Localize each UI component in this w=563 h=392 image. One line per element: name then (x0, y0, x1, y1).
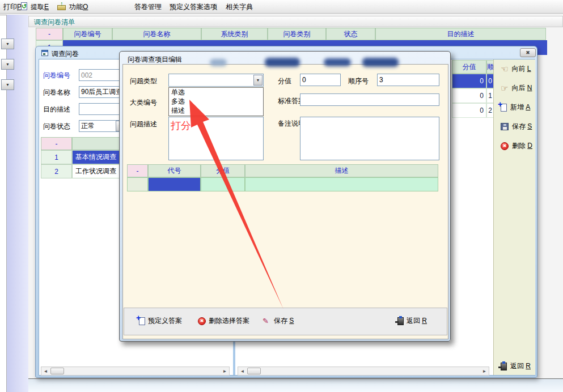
question-type-label: 问题类型 (130, 76, 157, 86)
right-table-cell[interactable]: 0 (452, 103, 486, 118)
exit-door-icon (397, 317, 404, 325)
question-type-dropdown-list: 单选 多选 描述 (168, 87, 264, 116)
item-edit-dialog: 问卷调查项目编辑 问题类型 单选 多选 描述 大类编号 问题描述 打分 分值 0… (119, 51, 451, 342)
answers-row-score-cell[interactable] (201, 177, 245, 191)
app-window: 打印P 提取E 功能O 答卷管理 预定义答案选项 相关字典 调查问卷清单 - 问… (0, 0, 563, 392)
exit-door-icon (501, 363, 507, 370)
menu-predefined-answer-options[interactable]: 预定义答案选项 (170, 2, 217, 12)
dropdown-option[interactable]: 单选 (169, 88, 263, 97)
left-pane-scrollbar[interactable] (41, 367, 230, 376)
scrollbar-thumb[interactable] (50, 368, 64, 374)
left-rail-strip (7, 15, 28, 392)
previous-button[interactable]: 向前 L (501, 64, 531, 74)
print-button[interactable]: 打印P (3, 2, 22, 12)
column-header-survey-code: 问卷编号 (63, 28, 112, 40)
next-button[interactable]: 向后 N (501, 83, 532, 93)
function-button[interactable]: 功能O (69, 2, 88, 12)
dialog-button-bar: 预定义答案 删除选择答案 保存 S 返回 R (124, 308, 447, 335)
predefined-answers-icon (139, 317, 145, 325)
delete-selected-answer-button[interactable]: 删除选择答案 (198, 316, 249, 326)
rail-dropdown-button-1[interactable] (1, 39, 14, 49)
delete-icon (198, 317, 206, 325)
save-label: 保存 S (512, 122, 532, 131)
question-desc-label: 问题描述 (130, 120, 157, 129)
save-button[interactable]: 保存 S (501, 122, 532, 131)
hand-right-icon (501, 84, 508, 92)
answers-row-code-cell[interactable] (148, 177, 201, 191)
dropdown-option[interactable]: 描述 (169, 106, 263, 115)
previous-label: 向前 L (511, 64, 531, 74)
answers-row-marker-cell[interactable] (127, 177, 148, 191)
survey-purpose-field[interactable] (79, 103, 125, 115)
floppy-disk-icon (501, 123, 509, 130)
question-type-dropdown-icon[interactable] (253, 75, 263, 86)
add-label: 新增 A (510, 103, 530, 112)
scroll-right-icon[interactable] (480, 368, 489, 374)
extract-button[interactable]: 提取E (31, 2, 49, 12)
survey-name-label: 问卷名称 (43, 88, 70, 97)
print-label: 打印 (3, 3, 17, 11)
dialog-save-label: 保存 S (274, 316, 294, 326)
scrollbar-thumb[interactable] (247, 368, 261, 374)
delete-label: 删除 D (512, 141, 532, 151)
left-table-row-index[interactable]: 1 (41, 150, 72, 164)
dialog-return-button[interactable]: 返回 R (397, 316, 427, 326)
left-table-row-index[interactable]: 2 (41, 164, 72, 178)
right-table-cell[interactable]: 0 (452, 88, 486, 103)
window-title: 调查问卷 (52, 49, 79, 59)
censor-blob (265, 58, 300, 67)
delete-button[interactable]: 删除 D (501, 141, 532, 151)
scroll-left-icon[interactable] (41, 368, 50, 374)
status-strip (28, 378, 563, 392)
scroll-right-icon[interactable] (221, 368, 229, 374)
hand-left-icon (501, 65, 508, 73)
menu-related-dictionary[interactable]: 相关字典 (226, 2, 253, 12)
scroll-left-icon[interactable] (238, 368, 247, 374)
standard-answer-field[interactable] (300, 93, 439, 106)
toolbar: 打印P 提取E 功能O 答卷管理 预定义答案选项 相关字典 (0, 0, 563, 14)
function-icon (57, 5, 66, 10)
order-label: 顺序号 (348, 76, 369, 86)
close-icon[interactable]: ✖ (520, 48, 536, 57)
window-icon (41, 50, 48, 56)
left-rail (0, 15, 7, 392)
answers-header-code: 代号 (148, 164, 201, 177)
column-header-system-category: 系统类别 (201, 28, 268, 40)
dialog-return-label: 返回 R (407, 316, 427, 326)
add-button[interactable]: 新增 A (501, 103, 530, 112)
list-panel-title: 调查问卷清单 (34, 18, 75, 27)
column-header-purpose: 目的描述 (375, 28, 546, 40)
column-header-dash: - (36, 28, 63, 40)
new-document-icon (501, 104, 507, 112)
score-label: 分值 (278, 76, 291, 86)
predefined-answers-button[interactable]: 预定义答案 (139, 316, 182, 326)
question-type-combobox[interactable] (168, 74, 264, 87)
rail-dropdown-button-2[interactable] (1, 59, 14, 70)
column-header-status: 状态 (326, 28, 375, 40)
note-textarea[interactable] (300, 117, 439, 160)
category-code-label: 大类编号 (130, 98, 157, 108)
annotation-dafen: 打分 (171, 119, 191, 133)
right-table-header-score: 分值 (452, 60, 486, 74)
survey-name-field[interactable]: 90后员工调查报 (79, 86, 125, 98)
left-table-header-dash: - (41, 137, 72, 150)
answers-row-desc-cell[interactable] (245, 177, 438, 191)
answers-header-desc: 描述 (245, 164, 438, 177)
censor-blob (324, 58, 351, 66)
survey-purpose-label: 目的描述 (43, 105, 70, 114)
rail-dropdown-button-3[interactable] (1, 79, 14, 90)
menu-answer-management[interactable]: 答卷管理 (134, 2, 162, 12)
censor-blob (210, 59, 227, 66)
function-label: 功能 (69, 3, 83, 11)
right-table-cell[interactable]: 0 (452, 74, 486, 88)
answers-header-dash: - (127, 164, 148, 177)
score-field[interactable]: 0 (300, 74, 341, 86)
extract-key: E (44, 3, 49, 11)
survey-code-field[interactable]: 002 (79, 69, 125, 81)
right-pane-scrollbar[interactable] (238, 367, 489, 376)
dialog-save-button[interactable]: 保存 S (263, 316, 294, 326)
order-field[interactable]: 3 (377, 74, 439, 86)
delete-selected-answer-label: 删除选择答案 (209, 316, 249, 326)
dropdown-option[interactable]: 多选 (169, 97, 263, 106)
return-button[interactable]: 返回 R (501, 361, 531, 371)
